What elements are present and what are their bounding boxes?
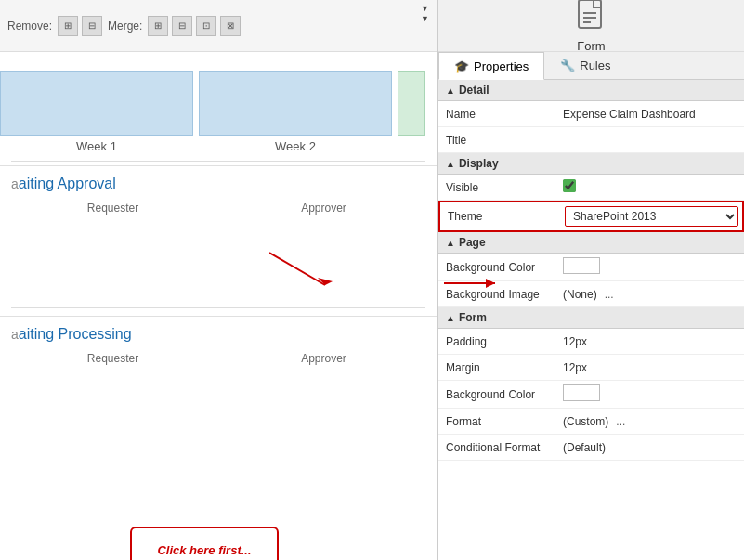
arrow-down: ▼ — [421, 14, 429, 23]
padding-input[interactable] — [563, 335, 740, 348]
page-bg-color-swatch[interactable] — [563, 257, 600, 274]
approval-cols: Requester Approver — [0, 196, 437, 220]
name-row: Name — [438, 101, 744, 127]
divider-1 — [11, 161, 425, 162]
display-section-header: ▲ Display — [438, 153, 744, 175]
red-arrow-annotation — [444, 274, 509, 295]
theme-value: SharePoint 2013 Classic Modern None — [561, 202, 742, 230]
title-value — [559, 130, 744, 150]
detail-section-label: Detail — [459, 84, 489, 97]
merge-icon-4[interactable]: ⊠ — [220, 16, 241, 36]
merge-icon-3[interactable]: ⊡ — [196, 16, 216, 36]
padding-label: Padding — [438, 332, 559, 352]
form-header-icon — [577, 0, 607, 39]
tab-rules[interactable]: 🔧 Rules — [544, 52, 626, 79]
properties-panel: ▲ Detail Name Title ▲ Display Visible — [438, 80, 744, 560]
merge-label: Merge: — [108, 20, 142, 33]
callout-box[interactable]: Click here first... — [130, 527, 279, 560]
page-bg-image-text: (None) — [563, 288, 597, 301]
tab-properties[interactable]: 🎓 Properties — [438, 52, 544, 80]
title-label: Title — [438, 130, 559, 150]
svg-marker-7 — [486, 279, 495, 288]
page-bg-image-value: (None) ... — [559, 284, 744, 305]
page-section-label: Page — [459, 236, 486, 249]
format-text: (Custom) — [563, 415, 608, 428]
properties-tab-icon: 🎓 — [454, 59, 469, 73]
margin-label: Margin — [438, 358, 559, 378]
form-header: Form — [438, 0, 744, 52]
rules-tab-label: Rules — [580, 59, 610, 72]
display-collapse-icon[interactable]: ▲ — [446, 159, 455, 169]
page-bg-image-ellipsis[interactable]: ... — [601, 288, 618, 301]
cond-format-value: (Default) — [559, 437, 744, 458]
visible-label: Visible — [438, 177, 559, 198]
form-collapse-icon[interactable]: ▲ — [446, 313, 455, 323]
tabs-row: 🎓 Properties 🔧 Rules — [438, 52, 744, 80]
name-value — [559, 104, 744, 124]
properties-tab-label: Properties — [474, 59, 529, 73]
cond-format-text: (Default) — [563, 441, 606, 454]
form-header-content: Form — [577, 0, 607, 53]
format-value: (Custom) ... — [559, 411, 744, 432]
svg-rect-2 — [579, 0, 601, 28]
remove-icon-2[interactable]: ⊟ — [82, 16, 102, 36]
calendar-row — [0, 52, 437, 136]
title-input[interactable] — [563, 134, 740, 147]
page-collapse-icon[interactable]: ▲ — [446, 238, 455, 248]
form-bg-color-label: Background Color — [438, 384, 559, 405]
name-label: Name — [438, 104, 559, 124]
name-input[interactable] — [563, 108, 740, 121]
form-doc-icon — [577, 0, 607, 33]
processing-requester: Requester — [11, 348, 215, 369]
callout-area: Click here first... — [0, 220, 437, 304]
remove-section: Remove: ⊞ ⊟ — [7, 16, 102, 36]
callout-text: Click here first... — [157, 543, 251, 557]
margin-value — [559, 358, 744, 378]
theme-select[interactable]: SharePoint 2013 Classic Modern None — [566, 207, 737, 226]
page-bg-color-value — [559, 254, 744, 280]
merge-section: Merge: ⊞ ⊟ ⊡ ⊠ — [108, 16, 241, 36]
detail-collapse-icon[interactable]: ▲ — [446, 85, 455, 96]
waiting-approval-title: aaiting Approval — [0, 165, 437, 196]
visible-checkbox[interactable] — [563, 179, 576, 192]
divider-2 — [11, 307, 425, 308]
form-title-label: Form — [577, 39, 605, 53]
callout-arrow-svg — [269, 248, 344, 294]
approval-requester: Requester — [11, 198, 215, 218]
remove-icon-1[interactable]: ⊞ — [58, 16, 78, 36]
merge-icon-2[interactable]: ⊟ — [172, 16, 192, 36]
cal-cell-3 — [398, 71, 425, 136]
merge-icon-1[interactable]: ⊞ — [148, 16, 168, 36]
theme-dropdown[interactable]: SharePoint 2013 Classic Modern None — [565, 206, 738, 227]
theme-label: Theme — [440, 206, 561, 227]
form-bg-color-swatch[interactable] — [563, 384, 600, 401]
form-section-header: ▲ Form — [438, 307, 744, 329]
title-row: Title — [438, 127, 744, 153]
cond-format-row: Conditional Format (Default) — [438, 435, 744, 461]
visible-row: Visible — [438, 175, 744, 201]
waiting-processing-section: aaiting Processing Requester Approver — [0, 316, 437, 371]
svg-line-0 — [269, 253, 325, 285]
format-row: Format (Custom) ... — [438, 409, 744, 435]
cal-cell-1 — [0, 71, 193, 136]
margin-input[interactable] — [563, 361, 740, 374]
week1-label: Week 1 — [76, 139, 117, 153]
processing-approver: Approver — [222, 348, 425, 369]
waiting-processing-title: aaiting Processing — [0, 316, 437, 346]
red-arrow-svg — [444, 274, 509, 293]
form-section-label: Form — [459, 311, 487, 324]
padding-value — [559, 332, 744, 352]
cal-cell-2 — [199, 71, 392, 136]
week-headers: Week 1 Week 2 — [0, 136, 437, 157]
display-section-label: Display — [459, 157, 499, 170]
double-arrow: ▼ ▼ — [421, 4, 429, 23]
margin-row: Margin — [438, 355, 744, 381]
cond-format-label: Conditional Format — [438, 437, 559, 458]
arrow-up: ▼ — [421, 4, 429, 13]
format-ellipsis[interactable]: ... — [612, 415, 629, 428]
rules-tab-icon: 🔧 — [560, 59, 575, 72]
processing-cols: Requester Approver — [0, 346, 437, 371]
approval-approver: Approver — [222, 198, 425, 218]
waiting-processing-text: aiting Processing — [19, 326, 132, 342]
form-bg-color-row: Background Color — [438, 381, 744, 409]
